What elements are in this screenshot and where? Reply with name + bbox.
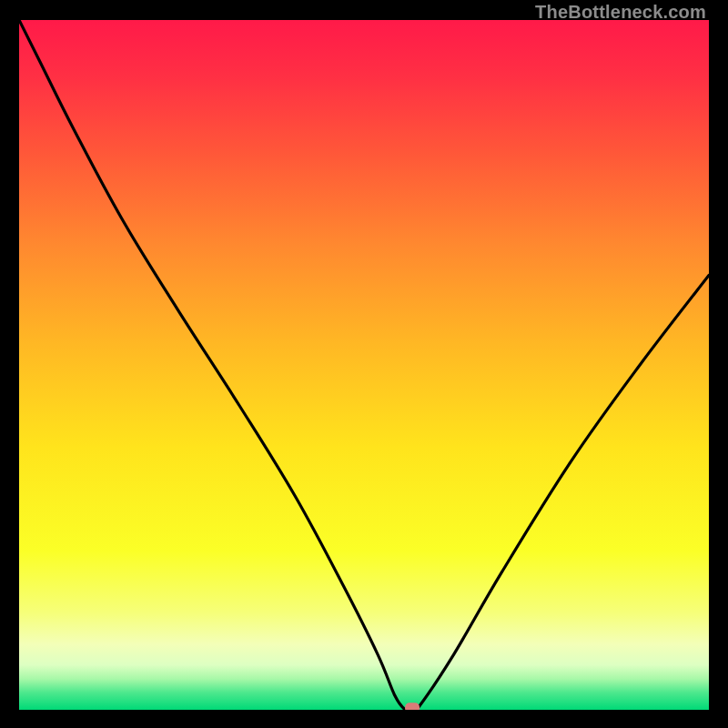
gradient-background xyxy=(19,20,709,710)
bottleneck-chart xyxy=(19,20,709,710)
chart-frame xyxy=(19,20,709,710)
optimal-point-marker xyxy=(405,703,420,710)
watermark-text: TheBottleneck.com xyxy=(535,2,706,23)
